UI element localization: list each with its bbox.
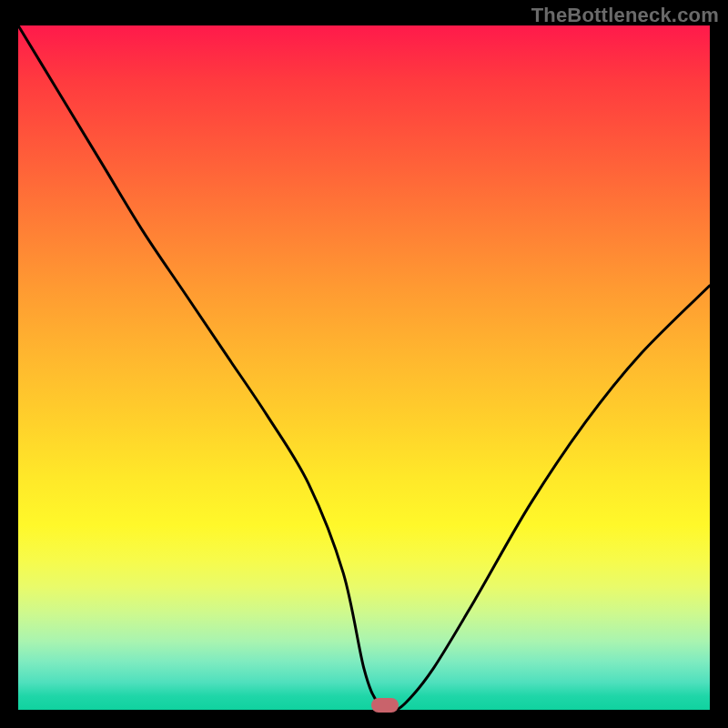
plot-area: [18, 25, 710, 710]
chart-frame: TheBottleneck.com: [0, 0, 728, 728]
watermark-text: TheBottleneck.com: [531, 4, 719, 27]
optimal-point-marker: [371, 698, 399, 713]
bottleneck-curve: [18, 25, 710, 710]
curve-path: [18, 25, 710, 710]
